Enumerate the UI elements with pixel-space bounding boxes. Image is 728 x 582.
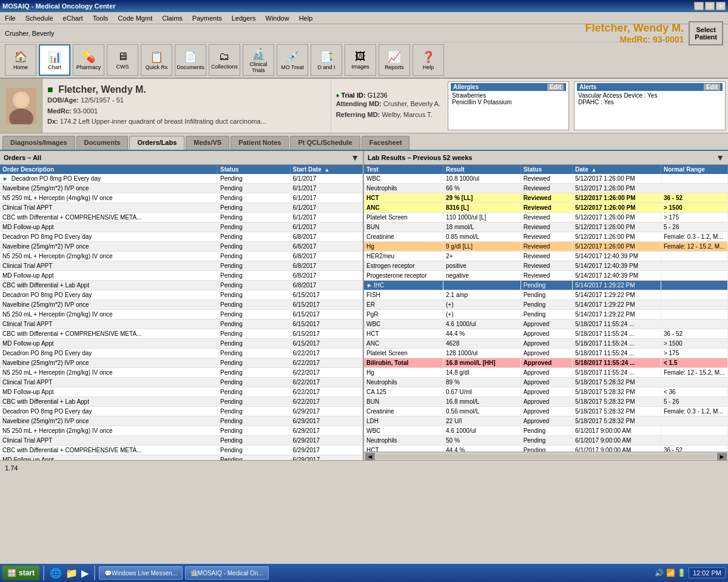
lab-table-row[interactable]: Progesterone receptor negative Reviewed … <box>364 271 728 281</box>
lab-table-row[interactable]: WBC 4.6 1000/ul Pending 6/1/2017 9:00:00… <box>364 426 728 436</box>
lab-table-row[interactable]: Neutrophils 66 % Reviewed 5/12/2017 1:26… <box>364 184 728 193</box>
orders-col-status[interactable]: Status <box>218 165 291 174</box>
lab-table-row[interactable]: BUN 18 mmol/L Reviewed 5/12/2017 1:26:00… <box>364 222 728 232</box>
collections-button[interactable]: 🗂 Collections <box>209 44 240 76</box>
lab-table-row[interactable]: WBC 10.8 1000/ul Reviewed 5/12/2017 1:26… <box>364 174 728 184</box>
orders-table-row[interactable]: Navelbine (25mg/m*2) IVP once Pending 6/… <box>0 242 363 252</box>
lab-table-row[interactable]: Bilirubin, Total 16.8 mmol/L [HH] Approv… <box>364 358 728 368</box>
lab-table-row[interactable]: PgR (+) Pending 5/14/2017 1:29:22 PM <box>364 310 728 319</box>
orders-table-row[interactable]: MD Follow-up Appt Pending 6/29/2017 <box>0 455 363 461</box>
orders-table-row[interactable]: ► Decadron PO 8mg PO Every day Pending 6… <box>0 174 363 184</box>
lab-table-row[interactable]: WBC 4.6 1000/ul Approved 5/18/2017 11:55… <box>364 319 728 329</box>
menu-claims[interactable]: Claims <box>160 13 185 23</box>
lab-table-row[interactable]: BUN 16.8 mmol/L Approved 5/18/2017 5:28:… <box>364 397 728 407</box>
menu-codemgmt[interactable]: Code Mgmt <box>115 13 155 23</box>
orders-table-scroll[interactable]: Order Description Status Start Date ▲ ► <box>0 165 363 460</box>
tab-pt-qcl[interactable]: Pt QCL/Schedule <box>290 136 360 150</box>
lab-col-test[interactable]: Test <box>364 165 443 174</box>
lab-col-range[interactable]: Normal Range <box>661 165 727 174</box>
orders-table-row[interactable]: N5 250 mL + Herceptin (2mg/kg) IV once P… <box>0 310 363 319</box>
orders-table-row[interactable]: Clinical Trial APPT Pending 6/1/2017 <box>0 203 363 213</box>
lab-table-row[interactable]: Creatinine 0.56 mmol/L Approved 5/18/201… <box>364 407 728 416</box>
lab-table-row[interactable]: LDH 22 U/l Approved 5/18/2017 5:28:32 PM <box>364 416 728 426</box>
lab-table-row[interactable]: Creatinine 0.85 mmol/L Reviewed 5/12/201… <box>364 232 728 242</box>
orders-table-row[interactable]: Clinical Trial APPT Pending 6/29/2017 <box>0 436 363 446</box>
lab-table-row[interactable]: FISH 2.1 amp Pending 5/14/2017 1:29:22 P… <box>364 290 728 300</box>
orders-table-row[interactable]: CBC with Differential + Lab Appt Pending… <box>0 397 363 407</box>
tab-meds-vs[interactable]: Meds/VS <box>186 136 229 150</box>
tab-orders-labs[interactable]: Orders/Labs <box>129 136 184 150</box>
select-patient-button[interactable]: Select Patient <box>689 21 723 45</box>
allergies-edit-button[interactable]: Edit <box>547 84 564 90</box>
lab-table-row[interactable]: Estrogen receptor positive Reviewed 5/14… <box>364 261 728 271</box>
orders-table-row[interactable]: Navelbine (25mg/m*2) IVP once Pending 6/… <box>0 416 363 426</box>
lab-table-row[interactable]: ANC 4628 Approved 5/18/2017 11:55:24 ...… <box>364 339 728 349</box>
lab-table-row[interactable]: Neutrophils 50 % Pending 6/1/2017 9:00:0… <box>364 436 728 446</box>
menu-file[interactable]: File <box>2 13 18 23</box>
reports-button[interactable]: 📈 Reports <box>379 44 410 76</box>
orders-table-row[interactable]: MD Follow-up Appt Pending 6/1/2017 <box>0 222 363 232</box>
orders-table-row[interactable]: Decadron PO 8mg PO Every day Pending 6/2… <box>0 407 363 416</box>
lab-table-row[interactable]: HCT 44.4 % Pending 6/1/2017 9:00:00 AM 3… <box>364 446 728 452</box>
orders-table-row[interactable]: Clinical Trial APPT Pending 6/8/2017 <box>0 261 363 271</box>
menu-ledgers[interactable]: Ledgers <box>229 13 258 23</box>
tab-patient-notes[interactable]: Patient Notes <box>231 136 289 150</box>
menu-tools[interactable]: Tools <box>90 13 111 23</box>
d-and-i-button[interactable]: 📑 D and I <box>311 44 342 76</box>
images-button[interactable]: 🖼 Images <box>345 44 376 76</box>
lab-table-row[interactable]: Hg 14.8 g/dl Approved 5/18/2017 11:55:24… <box>364 368 728 378</box>
lab-table-row[interactable]: Hg 9 g/dl [LL] Reviewed 5/12/2017 1:26:0… <box>364 242 728 252</box>
orders-table-row[interactable]: Navelbine (25mg/m*2) IVP once Pending 6/… <box>0 358 363 368</box>
orders-table-row[interactable]: N5 250 mL + Herceptin (2mg/kg) IV once P… <box>0 252 363 261</box>
lab-horizontal-scrollbar[interactable]: ◄ ► <box>364 452 728 460</box>
orders-table-row[interactable]: MD Follow-up Appt Pending 6/15/2017 <box>0 339 363 349</box>
lab-table-row[interactable]: ER (+) Pending 5/14/2017 1:29:22 PM <box>364 300 728 310</box>
orders-collapse-button[interactable]: ▼ <box>351 153 359 162</box>
close-button[interactable]: × <box>716 2 726 10</box>
orders-table-row[interactable]: N5 250 mL + Herceptin (4mg/kg) IV once P… <box>0 193 363 203</box>
lab-table-row[interactable]: HCT 29 % [LL] Reviewed 5/12/2017 1:26:00… <box>364 193 728 203</box>
lab-table-row[interactable]: CA 125 0.67 U/ml Approved 5/18/2017 5:28… <box>364 387 728 397</box>
orders-table-row[interactable]: Decadron PO 8mg PO Every day Pending 6/8… <box>0 232 363 242</box>
orders-table-row[interactable]: CBC with Differential + Lab Appt Pending… <box>0 281 363 290</box>
orders-table-row[interactable]: N5 250 mL + Herceptin (2mg/kg) IV once P… <box>0 426 363 436</box>
chart-button[interactable]: 📊 Chart <box>39 44 70 76</box>
lab-table-row[interactable]: ANC 8316 [L] Reviewed 5/12/2017 1:26:00 … <box>364 203 728 213</box>
clinical-trials-button[interactable]: 🔬 Clinical Trials <box>243 44 274 76</box>
lab-col-status[interactable]: Status <box>521 165 572 174</box>
menu-payments[interactable]: Payments <box>190 13 224 23</box>
lab-table-row[interactable]: HER2/neu 2+ Reviewed 5/14/2017 12:40:39 … <box>364 252 728 261</box>
orders-table-row[interactable]: CBC with Differential + COMPREHENSIVE ME… <box>0 329 363 339</box>
lab-table-row[interactable]: HCT 44.4 % Approved 5/18/2017 11:55:24 .… <box>364 329 728 339</box>
maximize-button[interactable]: □ <box>705 2 715 10</box>
orders-table-row[interactable]: Navelbine (25mg/m*2) IVP once Pending 6/… <box>0 300 363 310</box>
mo-treat-button[interactable]: 💉 MO Treat <box>277 44 308 76</box>
lab-table-row[interactable]: Neutrophils 89 % Approved 5/18/2017 5:28… <box>364 378 728 387</box>
lab-table-row[interactable]: Platelet Screen 128 1000/ul Approved 5/1… <box>364 349 728 358</box>
orders-col-description[interactable]: Order Description <box>0 165 218 174</box>
tab-facesheet[interactable]: Facesheet <box>362 136 410 150</box>
minimize-button[interactable]: _ <box>694 2 704 10</box>
window-controls[interactable]: _ □ × <box>694 2 726 10</box>
scroll-right-button[interactable]: ► <box>717 453 727 460</box>
taskbar-item-messenger[interactable]: 💬 Windows Live Messen... <box>99 566 183 580</box>
home-button[interactable]: 🏠 Home <box>5 44 36 76</box>
lab-col-date[interactable]: Date ▲ <box>573 165 661 174</box>
orders-table-row[interactable]: CBC with Differential + COMPREHENSIVE ME… <box>0 213 363 222</box>
orders-table-row[interactable]: Clinical Trial APPT Pending 6/15/2017 <box>0 319 363 329</box>
lab-table-row[interactable]: Platelet Screen 110 1000/ul [L] Reviewed… <box>364 213 728 222</box>
menu-help[interactable]: Help <box>297 13 315 23</box>
alerts-edit-button[interactable]: Edit <box>704 84 720 90</box>
orders-table-row[interactable]: Clinical Trial APPT Pending 6/22/2017 <box>0 378 363 387</box>
media-icon[interactable]: ▶ <box>81 567 89 579</box>
orders-table-row[interactable]: MD Follow-up Appt Pending 6/8/2017 <box>0 271 363 281</box>
lab-col-result[interactable]: Result <box>443 165 521 174</box>
tab-diagnosis-images[interactable]: Diagnosis/Images <box>2 136 75 150</box>
lab-table-scroll[interactable]: Test Result Status Date ▲ <box>364 165 728 452</box>
menu-schedule[interactable]: Schedule <box>23 13 56 23</box>
orders-table-row[interactable]: Decadron PO 8mg PO Every day Pending 6/1… <box>0 290 363 300</box>
pharmacy-button[interactable]: 💊 Pharmacy <box>73 44 104 76</box>
orders-table-row[interactable]: MD Follow-up Appt Pending 6/22/2017 <box>0 387 363 397</box>
help-button[interactable]: ❓ Help <box>413 44 444 76</box>
orders-table-row[interactable]: Decadron PO 8mg PO Every day Pending 6/2… <box>0 349 363 358</box>
